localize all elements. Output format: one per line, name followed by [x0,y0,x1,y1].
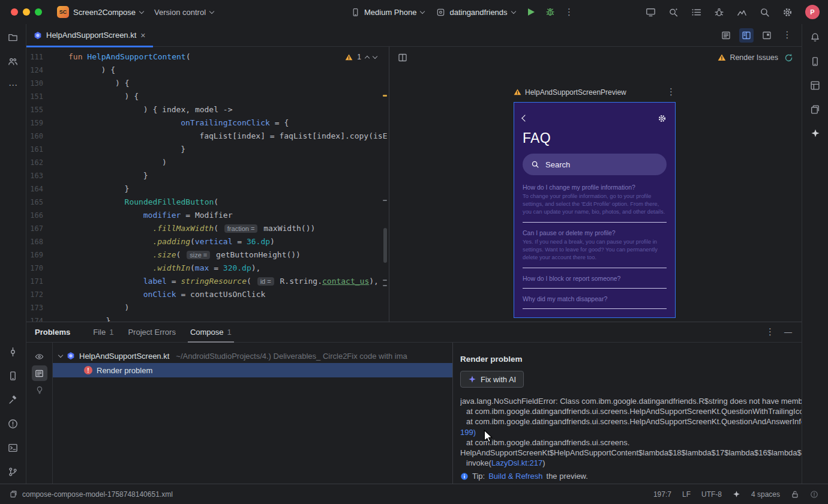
editor-scrollbar[interactable] [382,47,388,322]
line-number[interactable]: 124 [26,64,56,77]
code-line[interactable]: 151) { [26,90,389,103]
device-explorer-button[interactable] [807,53,824,70]
device-manager-button[interactable] [5,367,22,384]
code-line[interactable]: 124) { [26,64,389,77]
preview-device-frame[interactable]: FAQ Search How do I change my profile in… [514,102,676,318]
device-selector[interactable]: Medium Phone [346,4,430,20]
build-refresh-link[interactable]: Build & Refresh [488,472,542,481]
warning-stripe-mark[interactable] [383,95,387,97]
file-encoding[interactable]: UTF-8 [701,490,722,499]
line-number[interactable]: 155 [26,103,56,116]
editor-more-button[interactable]: ⋮ [780,28,794,43]
resource-manager-button[interactable] [5,53,22,70]
task-list-button[interactable] [691,7,701,17]
code-line[interactable]: 167.fillMaxWidth( fraction = maxWidth()) [26,222,389,235]
tab-helpandsupportscreen[interactable]: HelpAndSupportScreen.kt × [26,24,153,47]
gemini-search-button[interactable] [668,7,679,17]
app-insights-button[interactable] [714,7,724,17]
profiler-button[interactable] [737,7,747,17]
settings-button[interactable] [782,7,793,17]
tree-item-render-problem[interactable]: Render problem [53,363,452,377]
line-number[interactable]: 167 [26,222,56,235]
problems-button[interactable] [5,415,22,432]
line-number[interactable]: 111 [26,50,56,64]
pages-button[interactable] [807,101,824,118]
line-number[interactable]: 130 [26,77,56,90]
code-line[interactable]: 166modifier = Modifier [26,209,389,222]
problems-tab-file[interactable]: File1 [86,322,121,343]
code-line[interactable]: 172onClick = contactUsOnClick [26,288,389,301]
project-button[interactable] [5,29,22,46]
refresh-preview-icon[interactable] [784,53,793,62]
run-button[interactable] [522,4,540,20]
tree-file-row[interactable]: HelpAndSupportScreen.kt ~/AndroidStudioP… [53,349,452,363]
details-view-icon[interactable] [32,365,47,381]
line-number[interactable]: 161 [26,143,56,156]
line-number[interactable]: 168 [26,235,56,248]
minimize-window-button[interactable] [23,8,30,16]
project-selector[interactable]: SC Screen2Compose [52,4,149,20]
fix-with-ai-button[interactable]: Fix with AI [460,371,524,388]
build-button[interactable] [5,391,22,408]
gemini-button[interactable] [807,125,824,142]
search-everywhere-button[interactable] [760,7,770,17]
preview-menu-icon[interactable]: ⋮ [667,88,676,97]
stack-link[interactable]: LazyDsl.kt:217 [491,458,542,467]
chevron-down-icon[interactable] [58,353,63,358]
view-split-button[interactable] [739,28,754,43]
run-config-selector[interactable]: datingandfriends [431,4,520,20]
stack-link[interactable]: 199) [460,428,476,437]
render-issues-button[interactable]: Render Issues [718,53,778,62]
problems-tab-project-errors[interactable]: Project Errors [121,322,182,343]
line-number[interactable]: 162 [26,156,56,169]
version-control-button[interactable] [5,463,22,480]
code-line[interactable]: 174} [26,314,389,322]
code-editor[interactable]: 111fun HelpAndSupportContent(124) {130) … [26,47,389,322]
hide-panel-icon[interactable]: — [784,328,792,337]
code-line[interactable]: 111fun HelpAndSupportContent( [26,50,389,64]
code-line[interactable]: 155) { index, model -> [26,103,389,116]
code-line[interactable]: 168.padding(vertical = 36.dp) [26,235,389,248]
vcs-menu[interactable]: Version control [149,4,219,20]
line-number[interactable]: 159 [26,116,56,130]
quick-fix-bulb-icon[interactable] [32,382,47,398]
line-number[interactable]: 151 [26,90,56,103]
line-number[interactable]: 160 [26,130,56,143]
code-line[interactable]: 159onTrailingIconClick = { [26,116,389,130]
view-code-button[interactable] [719,28,733,43]
inspections-status-icon[interactable] [810,490,818,499]
code-line[interactable]: 165RoundedFilledButton( [26,196,389,209]
line-number[interactable]: 166 [26,209,56,222]
stripe-mark[interactable] [383,285,387,286]
line-number[interactable]: 169 [26,248,56,262]
preview-layout-icon[interactable] [398,53,407,62]
close-window-button[interactable] [11,8,18,16]
prev-problem-icon[interactable] [365,55,370,60]
debug-button[interactable] [541,4,559,20]
ai-star-icon[interactable] [733,490,740,498]
commit-button[interactable] [5,343,22,360]
running-devices-button[interactable] [646,7,656,17]
stripe-mark[interactable] [383,280,387,281]
more-tool-windows-button[interactable]: ⋯ [5,77,22,94]
preview-problem-icon[interactable] [32,349,47,364]
lock-open-icon[interactable] [791,490,799,499]
code-line[interactable]: 162) [26,156,389,169]
code-line[interactable]: 163} [26,169,389,182]
scrollbar-thumb[interactable] [383,228,387,263]
zoom-window-button[interactable] [35,8,42,16]
indent-setting[interactable]: 4 spaces [751,490,780,499]
status-file-name[interactable]: compose-compose-model-1758748140651.xml [22,490,173,499]
view-design-button[interactable] [760,28,774,43]
code-line[interactable]: 164} [26,182,389,196]
code-line[interactable]: 160faqList[index] = faqList[index].copy(… [26,130,389,143]
line-number[interactable]: 173 [26,301,56,314]
line-number[interactable]: 164 [26,182,56,196]
stripe-mark[interactable] [383,200,387,201]
line-number[interactable]: 171 [26,275,56,288]
terminal-button[interactable] [5,439,22,456]
user-avatar[interactable]: P [805,5,820,19]
line-number[interactable]: 174 [26,314,56,322]
code-line[interactable]: 130) { [26,77,389,90]
next-problem-icon[interactable] [373,53,377,58]
